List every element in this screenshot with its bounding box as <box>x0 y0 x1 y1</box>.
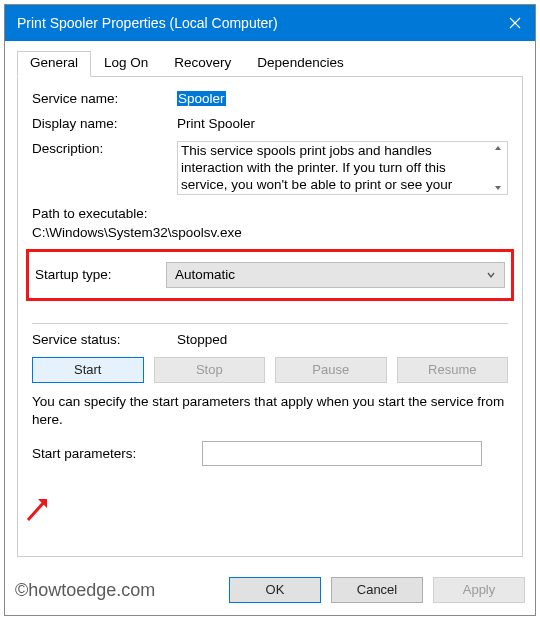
display-name-label: Display name: <box>32 116 177 131</box>
general-panel: Service name: Spooler Display name: Prin… <box>17 77 523 557</box>
stop-button: Stop <box>154 357 266 383</box>
startup-type-value: Automatic <box>175 267 235 282</box>
scroll-up-icon[interactable] <box>489 144 507 152</box>
window-title: Print Spooler Properties (Local Computer… <box>17 15 278 31</box>
display-name-value: Print Spooler <box>177 116 508 131</box>
start-button[interactable]: Start <box>32 357 144 383</box>
description-box: This service spools print jobs and handl… <box>177 141 508 195</box>
scroll-down-icon[interactable] <box>489 184 507 192</box>
service-name-value: Spooler <box>177 91 226 106</box>
titlebar: Print Spooler Properties (Local Computer… <box>5 5 535 41</box>
path-value: C:\Windows\System32\spoolsv.exe <box>32 224 508 243</box>
divider <box>32 323 508 324</box>
tab-logon[interactable]: Log On <box>91 51 161 76</box>
start-parameters-input[interactable] <box>202 441 482 466</box>
dialog-footer: ©howtoedge.com OK Cancel Apply <box>5 569 535 615</box>
chevron-down-icon <box>486 271 496 279</box>
description-label: Description: <box>32 141 177 156</box>
cancel-button[interactable]: Cancel <box>331 577 423 603</box>
tab-recovery[interactable]: Recovery <box>161 51 244 76</box>
close-icon[interactable] <box>509 17 521 29</box>
description-text: This service spools print jobs and handl… <box>178 142 489 194</box>
tab-strip: General Log On Recovery Dependencies <box>17 51 523 77</box>
service-status-value: Stopped <box>177 332 508 347</box>
properties-window: Print Spooler Properties (Local Computer… <box>4 4 536 616</box>
start-parameters-label: Start parameters: <box>32 446 202 461</box>
description-scrollbar[interactable] <box>489 142 507 194</box>
content-area: General Log On Recovery Dependencies Ser… <box>5 41 535 569</box>
startup-type-label: Startup type: <box>35 267 166 282</box>
path-label: Path to executable: <box>32 205 508 224</box>
tab-general[interactable]: General <box>17 51 91 77</box>
watermark-text: ©howtoedge.com <box>15 580 155 601</box>
resume-button: Resume <box>397 357 509 383</box>
tab-dependencies[interactable]: Dependencies <box>244 51 356 76</box>
service-name-label: Service name: <box>32 91 177 106</box>
hint-text: You can specify the start parameters tha… <box>32 393 508 429</box>
pause-button: Pause <box>275 357 387 383</box>
service-status-label: Service status: <box>32 332 177 347</box>
ok-button[interactable]: OK <box>229 577 321 603</box>
apply-button: Apply <box>433 577 525 603</box>
startup-highlight-box: Startup type: Automatic <box>26 249 514 301</box>
startup-type-dropdown[interactable]: Automatic <box>166 262 505 288</box>
